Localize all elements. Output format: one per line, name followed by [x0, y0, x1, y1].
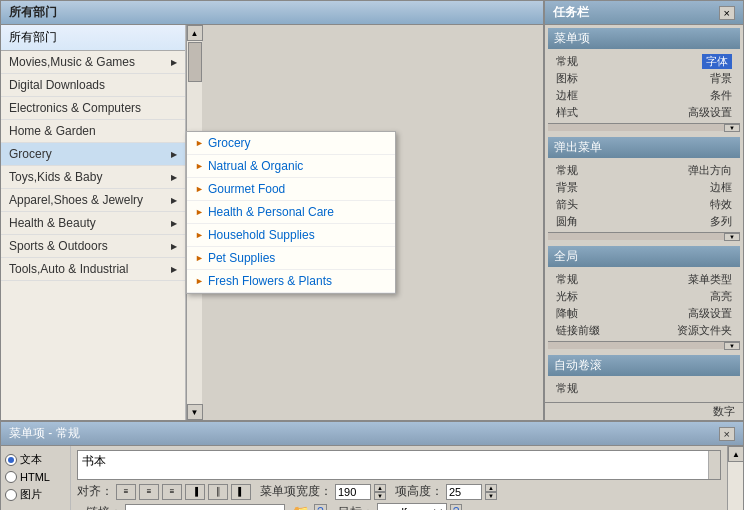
target-help-icon[interactable]: ?: [450, 504, 463, 510]
radio-image[interactable]: 图片: [5, 487, 66, 502]
section-value[interactable]: 条件: [710, 88, 732, 103]
submenu-item[interactable]: ► Natrual & Organic: [187, 155, 395, 178]
link-input[interactable]: [125, 504, 285, 510]
bottom-scroll-up-button[interactable]: ▲: [728, 446, 743, 462]
width-spinner: ▲ ▼: [374, 484, 386, 500]
section-row: 常规: [552, 380, 736, 397]
scroll-thumb[interactable]: [188, 42, 202, 82]
height-increment-button[interactable]: ▲: [485, 484, 497, 492]
section-row: 链接前缀 资源文件夹: [552, 322, 736, 339]
section-value[interactable]: 资源文件夹: [677, 323, 732, 338]
link-folder-icon[interactable]: 📁: [292, 504, 309, 510]
section-popup-menu: 弹出菜单 常规 弹出方向 背景 边框 箭头 特效: [545, 134, 743, 243]
text-input-container: 书本: [77, 450, 721, 480]
section-value[interactable]: 菜单类型: [688, 272, 732, 287]
section-row: 样式 高级设置: [552, 104, 736, 121]
bottom-panel-title: 菜单项 - 常规: [9, 425, 80, 442]
align-col2-button[interactable]: ║: [208, 484, 228, 500]
section-row: 圆角 多列: [552, 213, 736, 230]
section-scrollbar: ▼: [548, 232, 740, 240]
right-panel-header: 任务栏 ×: [545, 1, 743, 25]
section-autoscroll: 自动卷滚 常规: [545, 352, 743, 402]
text-input[interactable]: 书本: [78, 451, 708, 479]
submenu-item[interactable]: ► Household Supplies: [187, 224, 395, 247]
submenu: ► Grocery ► Natrual & Organic ► Gourmet …: [186, 131, 396, 294]
arrow-icon: ▶: [171, 242, 177, 251]
bottom-panel: 菜单项 - 常规 × 文本 HTML 图片: [0, 421, 744, 510]
right-panel: 任务栏 × 菜单项 常规 字体 图标 背景: [544, 0, 744, 421]
bottom-scrollbar: ▲ ▼: [727, 446, 743, 510]
align-right-button[interactable]: ≡: [162, 484, 182, 500]
list-item[interactable]: Apparel,Shoes & Jewelry ▶: [1, 189, 185, 212]
align-center-button[interactable]: ≡: [139, 484, 159, 500]
section-value[interactable]: 高级设置: [688, 306, 732, 321]
section-value[interactable]: 高级设置: [688, 105, 732, 120]
section-value[interactable]: 边框: [710, 180, 732, 195]
target-select[interactable]: _self: [377, 503, 447, 510]
submenu-item[interactable]: ► Health & Personal Care: [187, 201, 395, 224]
submenu-item[interactable]: ► Fresh Flowers & Plants: [187, 270, 395, 293]
section-row: 图标 背景: [552, 70, 736, 87]
radio-text[interactable]: 文本: [5, 452, 66, 467]
right-panel-close-button[interactable]: ×: [719, 6, 735, 20]
section-value[interactable]: 弹出方向: [688, 163, 732, 178]
width-input[interactable]: [335, 484, 371, 500]
list-item[interactable]: Toys,Kids & Baby ▶: [1, 166, 185, 189]
section-value-highlight[interactable]: 字体: [702, 54, 732, 69]
scroll-up-button[interactable]: ▲: [187, 25, 203, 41]
width-decrement-button[interactable]: ▼: [374, 492, 386, 500]
align-row: 对齐： ≡ ≡ ≡ ▐ ║ ▌ 菜单项宽度： ▲ ▼ 项高度：: [77, 483, 721, 500]
submenu-arrow-icon: ►: [195, 184, 204, 194]
menu-item-all[interactable]: 所有部门: [1, 25, 185, 51]
top-section: 所有部门 所有部门 Movies,Music & Games ▶ Digital…: [0, 0, 744, 421]
section-rows: 常规: [548, 378, 740, 399]
radio-dot: [8, 457, 14, 463]
list-item[interactable]: Digital Downloads: [1, 74, 185, 97]
menu-body: 所有部门 Movies,Music & Games ▶ Digital Down…: [1, 25, 543, 420]
section-rows: 常规 弹出方向 背景 边框 箭头 特效 圆角 多列: [548, 160, 740, 232]
submenu-item[interactable]: ► Pet Supplies: [187, 247, 395, 270]
bottom-panel-close-button[interactable]: ×: [719, 427, 735, 441]
section-scroll-btn[interactable]: ▼: [724, 233, 740, 241]
section-value[interactable]: 高亮: [710, 289, 732, 304]
section-value[interactable]: 背景: [710, 71, 732, 86]
width-increment-button[interactable]: ▲: [374, 484, 386, 492]
height-input[interactable]: [446, 484, 482, 500]
section-value[interactable]: 特效: [710, 197, 732, 212]
list-item[interactable]: Sports & Outdoors ▶: [1, 235, 185, 258]
section-value[interactable]: 多列: [710, 214, 732, 229]
radio-html[interactable]: HTML: [5, 471, 66, 483]
arrow-icon: ▶: [171, 150, 177, 159]
scroll-down-button[interactable]: ▼: [187, 404, 203, 420]
link-help-icon[interactable]: ?: [314, 504, 327, 510]
submenu-item[interactable]: ► Grocery: [187, 132, 395, 155]
list-item[interactable]: Electronics & Computers: [1, 97, 185, 120]
submenu-arrow-icon: ►: [195, 207, 204, 217]
align-col3-button[interactable]: ▌: [231, 484, 251, 500]
section-row: 常规 菜单类型: [552, 271, 736, 288]
list-item[interactable]: Home & Garden: [1, 120, 185, 143]
submenu-arrow-icon: ►: [195, 230, 204, 240]
section-row: 边框 条件: [552, 87, 736, 104]
right-status-bar: 数字: [545, 402, 743, 420]
align-left-button[interactable]: ≡: [116, 484, 136, 500]
width-label: 菜单项宽度：: [260, 483, 332, 500]
section-header-global: 全局: [548, 246, 740, 267]
list-item[interactable]: Health & Beauty ▶: [1, 212, 185, 235]
menu-item-grocery[interactable]: Grocery ▶: [1, 143, 185, 166]
height-decrement-button[interactable]: ▼: [485, 492, 497, 500]
align-col1-button[interactable]: ▐: [185, 484, 205, 500]
section-scroll-btn[interactable]: ▼: [724, 342, 740, 350]
list-item[interactable]: Movies,Music & Games ▶: [1, 51, 185, 74]
section-row: 常规 弹出方向: [552, 162, 736, 179]
section-row: 背景 边框: [552, 179, 736, 196]
target-label: 目标：: [338, 504, 374, 511]
section-scroll-btn[interactable]: ▼: [724, 124, 740, 132]
submenu-item[interactable]: ► Gourmet Food: [187, 178, 395, 201]
menu-item-label: 所有部门: [9, 29, 57, 46]
list-item[interactable]: Tools,Auto & Industrial ▶: [1, 258, 185, 281]
link-label: 链接：: [77, 504, 122, 511]
section-row: 常规 字体: [552, 53, 736, 70]
menu-header: 所有部门: [1, 1, 543, 25]
section-row: 光标 高亮: [552, 288, 736, 305]
